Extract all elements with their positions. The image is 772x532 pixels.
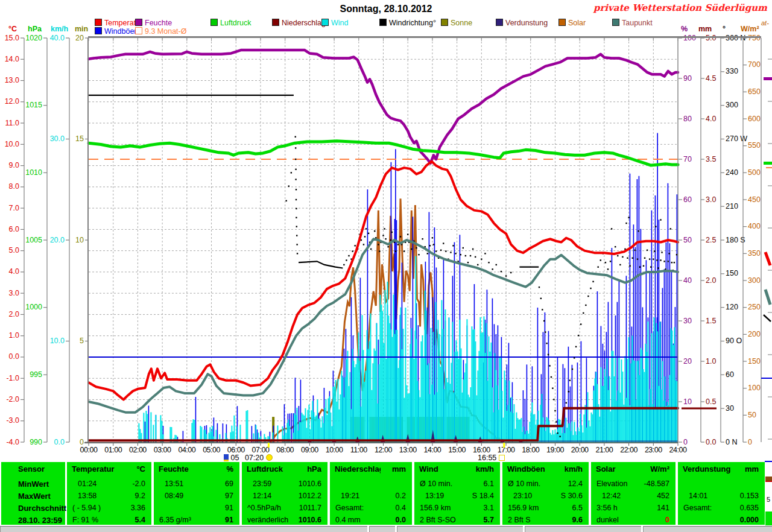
cropped-legend-text: at-: [761, 19, 769, 27]
sunrise-annotation: 05 07:20: [224, 454, 273, 462]
bottom-panel-4: [525, 526, 641, 532]
bottom-panel-1: [0, 526, 367, 532]
table-cell: 0.0: [330, 516, 406, 524]
table-cell: 91: [154, 504, 233, 512]
table-cell: W/m²: [591, 464, 669, 473]
sunset-sun-icon: [499, 455, 505, 461]
table-cell: 1011.7: [242, 504, 321, 512]
moonset-icon: [224, 454, 229, 461]
table-cell: S 18.4: [414, 492, 494, 500]
sunset-annotation: 16:55: [478, 454, 505, 462]
table-cell: 9.2: [67, 492, 145, 500]
table-cell: 0: [591, 516, 669, 524]
table-cell: -48.587: [591, 480, 669, 488]
table-cell: °C: [67, 464, 145, 473]
table-cell: 1012.2: [242, 492, 321, 500]
table-cell: km/h: [502, 464, 583, 473]
table-cell: hPa: [242, 464, 321, 473]
table-cell: MaxWert: [18, 492, 66, 501]
sunrise-time: 07:20: [245, 454, 264, 462]
table-cell: 5.7: [414, 516, 494, 524]
cropped-next-chart-axis: [682, 38, 772, 442]
sunset-time: 16:55: [478, 454, 496, 462]
bottom-panel-2: [369, 526, 395, 532]
table-cell: 0.153: [678, 492, 759, 500]
table-cell: S 30.6: [502, 492, 583, 500]
moonset-label: 05: [230, 454, 239, 462]
table-cell: mm: [678, 464, 759, 473]
bottom-panel-5: [643, 526, 772, 532]
bottom-panel-3: [397, 526, 523, 532]
cropped-table-block: [765, 511, 772, 525]
table-cell: 3.36: [67, 504, 145, 512]
table-cell: mm: [330, 464, 406, 473]
cropped-chart-icon: [765, 477, 772, 482]
weather-chart-plot: [0, 0, 772, 460]
table-cell: 141: [591, 504, 669, 512]
table-cell: 9.6: [502, 516, 583, 524]
table-cell: Durchschnitt: [18, 504, 66, 513]
table-cell: 12.4: [502, 480, 583, 488]
table-cell: 1010.6: [242, 516, 321, 524]
sunrise-sun-icon: [266, 454, 273, 461]
table-cell: 3.1: [414, 504, 494, 512]
cropped-blue-line: [765, 461, 772, 462]
table-cell: km/h: [414, 464, 494, 473]
table-cell: -2.0: [67, 480, 145, 488]
table-cell: 1010.6: [242, 480, 321, 488]
table-cell: 0.4: [330, 504, 406, 512]
table-cell: 6.1: [414, 480, 494, 488]
table-cell: 6.5: [502, 504, 583, 512]
table-cell: 97: [154, 492, 233, 500]
table-cell: 5.4: [67, 516, 145, 524]
table-cell: MinWert: [18, 480, 66, 489]
table-cell: 69: [154, 480, 233, 488]
table-cell: 452: [591, 492, 669, 500]
table-cell: %: [154, 464, 233, 473]
table-cell: 0.000: [678, 516, 759, 524]
cropped-axis-value: 5: [767, 496, 770, 503]
table-cell: 28.10. 23:59: [18, 516, 66, 525]
table-cell: 0.2: [330, 492, 406, 500]
weather-station-window: Sonntag, 28.10.2012 private Wetterstatio…: [0, 0, 772, 532]
table-cell: 0.635: [678, 504, 759, 512]
table-cell: 91: [154, 516, 233, 524]
table-cell: Sensor: [18, 464, 66, 473]
